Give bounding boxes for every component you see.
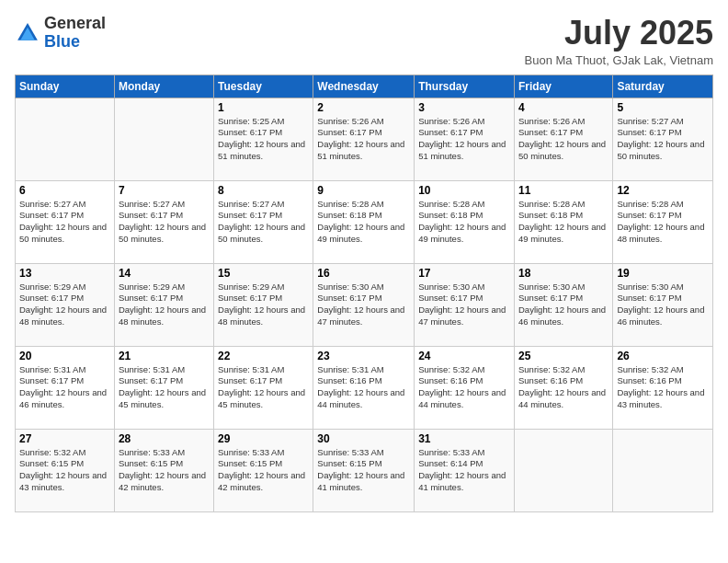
calendar-cell: 27Sunrise: 5:32 AM Sunset: 6:15 PM Dayli… <box>16 429 115 511</box>
calendar-cell: 14Sunrise: 5:29 AM Sunset: 6:17 PM Dayli… <box>114 263 213 346</box>
calendar-cell: 4Sunrise: 5:26 AM Sunset: 6:17 PM Daylig… <box>514 98 612 180</box>
header-row: SundayMondayTuesdayWednesdayThursdayFrid… <box>16 75 713 98</box>
logo-icon <box>15 20 40 46</box>
day-number: 12 <box>617 184 709 197</box>
calendar-cell: 17Sunrise: 5:30 AM Sunset: 6:17 PM Dayli… <box>415 263 515 346</box>
calendar-cell: 15Sunrise: 5:29 AM Sunset: 6:17 PM Dayli… <box>214 263 313 346</box>
day-number: 4 <box>518 101 609 114</box>
day-number: 6 <box>19 184 110 197</box>
day-info: Sunrise: 5:33 AM Sunset: 6:15 PM Dayligh… <box>317 447 410 494</box>
day-number: 2 <box>317 101 410 114</box>
day-info: Sunrise: 5:28 AM Sunset: 6:18 PM Dayligh… <box>317 199 410 246</box>
calendar-cell: 16Sunrise: 5:30 AM Sunset: 6:17 PM Dayli… <box>313 263 415 346</box>
weekday-header-saturday: Saturday <box>613 75 713 98</box>
calendar-week-1: 1Sunrise: 5:25 AM Sunset: 6:17 PM Daylig… <box>16 98 713 180</box>
calendar-cell: 9Sunrise: 5:28 AM Sunset: 6:18 PM Daylig… <box>313 180 415 263</box>
calendar-cell: 1Sunrise: 5:25 AM Sunset: 6:17 PM Daylig… <box>214 98 313 180</box>
day-number: 24 <box>418 350 510 362</box>
day-number: 29 <box>218 432 309 445</box>
day-number: 8 <box>218 184 309 197</box>
weekday-header-monday: Monday <box>114 75 213 98</box>
calendar-cell: 30Sunrise: 5:33 AM Sunset: 6:15 PM Dayli… <box>313 429 415 511</box>
calendar-table: SundayMondayTuesdayWednesdayThursdayFrid… <box>15 75 713 512</box>
calendar-week-3: 13Sunrise: 5:29 AM Sunset: 6:17 PM Dayli… <box>16 263 713 346</box>
day-info: Sunrise: 5:29 AM Sunset: 6:17 PM Dayligh… <box>19 282 110 328</box>
day-info: Sunrise: 5:32 AM Sunset: 6:16 PM Dayligh… <box>617 364 709 411</box>
weekday-header-wednesday: Wednesday <box>313 75 415 98</box>
day-info: Sunrise: 5:30 AM Sunset: 6:17 PM Dayligh… <box>418 282 510 328</box>
calendar-cell: 18Sunrise: 5:30 AM Sunset: 6:17 PM Dayli… <box>514 263 612 346</box>
day-info: Sunrise: 5:27 AM Sunset: 6:17 PM Dayligh… <box>218 199 309 246</box>
weekday-header-thursday: Thursday <box>415 75 515 98</box>
calendar-cell: 11Sunrise: 5:28 AM Sunset: 6:18 PM Dayli… <box>514 180 612 263</box>
day-number: 23 <box>317 350 410 362</box>
day-number: 3 <box>418 101 510 114</box>
weekday-header-sunday: Sunday <box>16 75 115 98</box>
calendar-week-2: 6Sunrise: 5:27 AM Sunset: 6:17 PM Daylig… <box>16 180 713 263</box>
day-info: Sunrise: 5:29 AM Sunset: 6:17 PM Dayligh… <box>218 282 309 328</box>
logo: General Blue <box>15 15 106 52</box>
day-number: 20 <box>19 350 110 362</box>
day-number: 19 <box>617 267 709 280</box>
day-number: 10 <box>418 184 510 197</box>
weekday-header-tuesday: Tuesday <box>214 75 313 98</box>
day-number: 26 <box>617 350 709 362</box>
day-info: Sunrise: 5:32 AM Sunset: 6:16 PM Dayligh… <box>518 364 609 411</box>
day-info: Sunrise: 5:26 AM Sunset: 6:17 PM Dayligh… <box>317 116 410 163</box>
calendar-cell: 13Sunrise: 5:29 AM Sunset: 6:17 PM Dayli… <box>16 263 115 346</box>
calendar-header: SundayMondayTuesdayWednesdayThursdayFrid… <box>16 75 713 98</box>
month-title: July 2025 <box>525 15 713 52</box>
day-info: Sunrise: 5:26 AM Sunset: 6:17 PM Dayligh… <box>418 116 510 163</box>
day-info: Sunrise: 5:30 AM Sunset: 6:17 PM Dayligh… <box>317 282 410 328</box>
logo-text: General Blue <box>44 15 106 52</box>
day-number: 25 <box>518 350 609 362</box>
calendar-cell: 20Sunrise: 5:31 AM Sunset: 6:17 PM Dayli… <box>16 346 115 429</box>
calendar-cell: 6Sunrise: 5:27 AM Sunset: 6:17 PM Daylig… <box>16 180 115 263</box>
calendar-cell: 2Sunrise: 5:26 AM Sunset: 6:17 PM Daylig… <box>313 98 415 180</box>
day-info: Sunrise: 5:31 AM Sunset: 6:17 PM Dayligh… <box>119 364 210 411</box>
calendar-cell <box>114 98 213 180</box>
day-info: Sunrise: 5:31 AM Sunset: 6:17 PM Dayligh… <box>218 364 309 411</box>
day-number: 31 <box>418 432 510 445</box>
day-number: 18 <box>518 267 609 280</box>
day-number: 28 <box>119 432 210 445</box>
calendar-week-4: 20Sunrise: 5:31 AM Sunset: 6:17 PM Dayli… <box>16 346 713 429</box>
day-info: Sunrise: 5:29 AM Sunset: 6:17 PM Dayligh… <box>119 282 210 328</box>
calendar-cell: 25Sunrise: 5:32 AM Sunset: 6:16 PM Dayli… <box>514 346 612 429</box>
day-info: Sunrise: 5:33 AM Sunset: 6:15 PM Dayligh… <box>119 447 210 494</box>
day-number: 14 <box>119 267 210 280</box>
day-info: Sunrise: 5:28 AM Sunset: 6:18 PM Dayligh… <box>518 199 609 246</box>
calendar-cell: 31Sunrise: 5:33 AM Sunset: 6:14 PM Dayli… <box>415 429 515 511</box>
day-info: Sunrise: 5:28 AM Sunset: 6:17 PM Dayligh… <box>617 199 709 246</box>
day-number: 9 <box>317 184 410 197</box>
day-number: 7 <box>119 184 210 197</box>
calendar-cell: 3Sunrise: 5:26 AM Sunset: 6:17 PM Daylig… <box>415 98 515 180</box>
day-info: Sunrise: 5:28 AM Sunset: 6:18 PM Dayligh… <box>418 199 510 246</box>
day-info: Sunrise: 5:33 AM Sunset: 6:14 PM Dayligh… <box>418 447 510 494</box>
calendar-cell: 24Sunrise: 5:32 AM Sunset: 6:16 PM Dayli… <box>415 346 515 429</box>
calendar-cell <box>613 429 713 511</box>
calendar-cell: 19Sunrise: 5:30 AM Sunset: 6:17 PM Dayli… <box>613 263 713 346</box>
calendar-cell: 10Sunrise: 5:28 AM Sunset: 6:18 PM Dayli… <box>415 180 515 263</box>
calendar-body: 1Sunrise: 5:25 AM Sunset: 6:17 PM Daylig… <box>16 98 713 511</box>
day-number: 21 <box>119 350 210 362</box>
day-info: Sunrise: 5:30 AM Sunset: 6:17 PM Dayligh… <box>617 282 709 328</box>
day-number: 30 <box>317 432 410 445</box>
calendar-cell: 7Sunrise: 5:27 AM Sunset: 6:17 PM Daylig… <box>114 180 213 263</box>
day-info: Sunrise: 5:27 AM Sunset: 6:17 PM Dayligh… <box>119 199 210 246</box>
calendar-week-5: 27Sunrise: 5:32 AM Sunset: 6:15 PM Dayli… <box>16 429 713 511</box>
page-header: General Blue July 2025 Buon Ma Thuot, GJ… <box>15 15 713 67</box>
calendar-cell: 22Sunrise: 5:31 AM Sunset: 6:17 PM Dayli… <box>214 346 313 429</box>
day-info: Sunrise: 5:31 AM Sunset: 6:17 PM Dayligh… <box>19 364 110 411</box>
day-info: Sunrise: 5:26 AM Sunset: 6:17 PM Dayligh… <box>518 116 609 163</box>
weekday-header-friday: Friday <box>514 75 612 98</box>
day-number: 17 <box>418 267 510 280</box>
day-info: Sunrise: 5:31 AM Sunset: 6:16 PM Dayligh… <box>317 364 410 411</box>
day-info: Sunrise: 5:32 AM Sunset: 6:16 PM Dayligh… <box>418 364 510 411</box>
day-number: 1 <box>218 101 309 114</box>
calendar-cell: 5Sunrise: 5:27 AM Sunset: 6:17 PM Daylig… <box>613 98 713 180</box>
calendar-cell <box>16 98 115 180</box>
day-info: Sunrise: 5:25 AM Sunset: 6:17 PM Dayligh… <box>218 116 309 163</box>
day-number: 27 <box>19 432 110 445</box>
location: Buon Ma Thuot, GJak Lak, Vietnam <box>525 53 713 67</box>
